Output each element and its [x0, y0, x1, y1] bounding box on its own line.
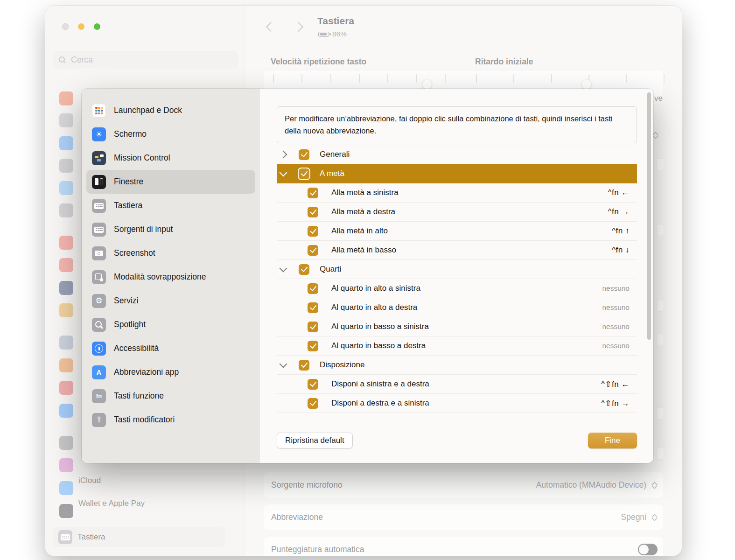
- shortcut-value[interactable]: ^fn →: [608, 207, 630, 217]
- app-icon[interactable]: [59, 303, 73, 317]
- modal-sidebar-item-tastiera[interactable]: Tastiera: [86, 194, 255, 217]
- app-icon[interactable]: [59, 436, 73, 450]
- checkbox[interactable]: [299, 264, 309, 275]
- chevron-right-icon[interactable]: [280, 151, 287, 159]
- search-field[interactable]: [53, 51, 238, 69]
- modal-sidebar-item-tasti-modificatori[interactable]: ⇧Tasti modificatori: [86, 408, 255, 432]
- modal-sidebar-item-launchpad-e-dock[interactable]: Launchpad e Dock: [86, 98, 255, 122]
- app-icon[interactable]: [59, 136, 73, 150]
- shortcut-row-al-quarto-in-basso-a-sinistra[interactable]: Al quarto in basso a sinistranessuno: [277, 317, 637, 336]
- sidebar-item-icloud[interactable]: iCloud: [78, 476, 101, 485]
- app-icon[interactable]: [59, 404, 73, 418]
- app-icon[interactable]: [59, 458, 73, 472]
- forward-icon[interactable]: [294, 22, 303, 32]
- checkbox[interactable]: [299, 360, 309, 371]
- modal-sidebar-item-servizi[interactable]: ⚙Servizi: [86, 289, 255, 313]
- app-icon[interactable]: [59, 281, 73, 295]
- clipped-text: ve: [654, 94, 663, 103]
- zoom-button[interactable]: [94, 23, 100, 30]
- chevron-down-icon[interactable]: [280, 169, 287, 177]
- app-icon[interactable]: [59, 258, 73, 272]
- group-row-a-meta[interactable]: A metà: [277, 164, 637, 183]
- shortcut-row-alla-meta-in-alto[interactable]: Alla metà in alto^fn ↑: [277, 222, 637, 241]
- app-icon[interactable]: [59, 481, 73, 495]
- stepper-control[interactable]: [651, 512, 658, 523]
- clipped-control: [656, 300, 664, 312]
- shortcut-value[interactable]: nessuno: [602, 284, 630, 293]
- app-icon[interactable]: [59, 358, 73, 372]
- sidebar-item-tastiera[interactable]: Tastiera: [53, 527, 225, 547]
- app-icon[interactable]: [59, 381, 73, 395]
- app-icon[interactable]: [59, 336, 73, 350]
- done-button[interactable]: Fine: [588, 433, 637, 448]
- shortcut-row-alla-meta-in-basso[interactable]: Alla metà in basso^fn ↓: [277, 241, 637, 260]
- checkbox[interactable]: [299, 168, 309, 179]
- modal-sidebar-item-abbreviazioni-app[interactable]: AAbbreviazioni app: [86, 360, 255, 384]
- shortcut-row-disponi-a-sinistra-e-a-destra[interactable]: Disponi a sinistra e a destra^⇧fn ←: [277, 375, 637, 394]
- modal-sidebar-item-spotlight[interactable]: Spotlight: [86, 313, 255, 336]
- toggle-switch[interactable]: [638, 544, 658, 555]
- shortcut-value[interactable]: ^fn ↓: [612, 245, 630, 255]
- group-row-generali[interactable]: Generali: [277, 145, 637, 164]
- checkbox[interactable]: [308, 379, 318, 390]
- shortcut-value[interactable]: nessuno: [602, 303, 630, 312]
- modal-sidebar-item-sorgenti-di-input[interactable]: Sorgenti di input: [86, 217, 255, 241]
- modal-sidebar-item-accessibilita[interactable]: Accessibilità: [86, 336, 255, 360]
- restore-defaults-button[interactable]: Ripristina default: [277, 433, 353, 448]
- search-icon: [58, 56, 66, 63]
- search-input[interactable]: [70, 55, 232, 65]
- checkbox[interactable]: [308, 226, 318, 237]
- slider-handle[interactable]: [582, 80, 591, 89]
- shortcut-row-alla-meta-a-destra[interactable]: Alla metà a destra^fn →: [277, 203, 637, 222]
- close-button[interactable]: [62, 23, 69, 30]
- modal-sidebar-item-tasti-funzione[interactable]: fnTasti funzione: [86, 384, 255, 408]
- shortcut-value[interactable]: ^fn ↑: [612, 226, 630, 236]
- app-icon[interactable]: [59, 203, 73, 217]
- app-icon[interactable]: [59, 113, 73, 127]
- clipped-control: [656, 407, 664, 420]
- sidebar-item-wallet[interactable]: Wallet e Apple Pay: [78, 499, 145, 508]
- checkbox[interactable]: [308, 245, 318, 256]
- shortcut-row-al-quarto-in-alto-a-destra[interactable]: Al quarto in alto a destranessuno: [277, 298, 637, 317]
- minimize-button[interactable]: [78, 23, 84, 30]
- checkbox[interactable]: [308, 302, 318, 313]
- modal-sidebar-item-schermo[interactable]: ☀Schermo: [86, 122, 255, 146]
- checkbox[interactable]: [308, 398, 318, 409]
- chevron-down-icon[interactable]: [280, 265, 287, 273]
- shortcut-row-al-quarto-in-alto-a-sinistra[interactable]: Al quarto in alto a sinistranessuno: [277, 279, 637, 298]
- modal-sidebar-item-label: Spotlight: [114, 320, 146, 329]
- checkbox[interactable]: [308, 283, 318, 294]
- group-row-disposizione[interactable]: Disposizione: [277, 356, 637, 375]
- checkbox[interactable]: [308, 341, 318, 351]
- shortcut-row-al-quarto-in-basso-a-destra[interactable]: Al quarto in basso a destranessuno: [277, 336, 637, 356]
- checkbox[interactable]: [308, 207, 318, 217]
- checkbox[interactable]: [299, 149, 309, 160]
- shortcut-value[interactable]: nessuno: [602, 322, 630, 331]
- chevron-down-icon[interactable]: [280, 360, 287, 368]
- shortcut-row-alla-meta-a-sinistra[interactable]: Alla metà a sinistra^fn ←: [277, 183, 637, 203]
- modal-sidebar-item-screenshot[interactable]: Screenshot: [86, 241, 255, 265]
- modal-sidebar-item-mission-control[interactable]: Mission Control: [86, 146, 255, 170]
- stepper-control[interactable]: [651, 480, 658, 490]
- row-label: Al quarto in basso a destra: [331, 341, 602, 350]
- shortcut-value[interactable]: ^⇧fn ←: [601, 379, 630, 389]
- scrollbar[interactable]: [647, 92, 651, 340]
- app-icon[interactable]: [59, 181, 73, 195]
- app-icon[interactable]: [59, 91, 73, 105]
- back-icon[interactable]: [266, 22, 276, 32]
- modal-sidebar-item-finestre[interactable]: Finestre: [86, 170, 255, 194]
- modal-sidebar-item-modalita-sovrapposizione[interactable]: Modalità sovrapposizione: [86, 265, 255, 289]
- modal-sidebar-item-label: Sorgenti di input: [114, 224, 173, 234]
- group-row-quarti[interactable]: Quarti: [277, 260, 637, 279]
- app-icon[interactable]: [59, 504, 73, 518]
- app-icon[interactable]: [59, 236, 73, 250]
- shortcut-row-disponi-a-destra-e-a-sinistra[interactable]: Disponi a destra e a sinistra^⇧fn →: [277, 394, 637, 413]
- shortcut-value[interactable]: nessuno: [602, 342, 630, 350]
- shortcut-value[interactable]: ^⇧fn →: [601, 399, 630, 408]
- checkbox[interactable]: [308, 322, 318, 332]
- slider-handle[interactable]: [422, 80, 432, 89]
- shortcut-value[interactable]: ^fn ←: [608, 188, 630, 197]
- checkbox[interactable]: [308, 188, 318, 198]
- modal-sidebar-item-label: Screenshot: [114, 248, 155, 258]
- app-icon[interactable]: [59, 159, 73, 173]
